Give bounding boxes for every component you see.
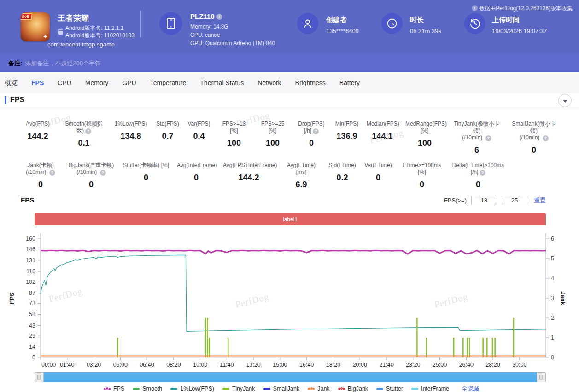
help-icon[interactable]: ?: [543, 135, 549, 141]
help-icon[interactable]: ?: [313, 128, 319, 134]
legend-item-1-low-fps-[interactable]: 1%Low(FPS): [170, 386, 214, 392]
scrollbar-left-handle[interactable]: |||: [35, 372, 44, 382]
y-left-tick-label: 160: [26, 236, 35, 242]
tab-memory[interactable]: Memory: [85, 79, 109, 86]
help-icon[interactable]: ?: [85, 128, 91, 134]
x-tick-label: 16:40: [299, 362, 314, 368]
fps-threshold-input-2[interactable]: [502, 196, 527, 205]
fps-chart[interactable]: 1601461311161028773584329140654321000:00…: [0, 230, 579, 370]
stat-label: TinyJank(极微小卡顿)(/10min) ?: [451, 121, 502, 141]
stat-label: Stutter(卡顿率) [%]: [123, 162, 170, 169]
legend-label: TinyJank: [232, 386, 255, 392]
scrollbar-right-handle[interactable]: |||: [537, 372, 546, 382]
stat-label: Jank(卡顿)(/10min) ?: [21, 162, 60, 176]
stat-tinyjank-: TinyJank(极微小卡顿)(/10min) ?6: [448, 121, 506, 155]
stat-label: 1%Low(FPS): [113, 121, 148, 127]
stat-value: 6.9: [282, 180, 321, 190]
x-tick-label: 01:40: [60, 362, 74, 368]
stat-drop-fps-h-: Drop(FPS) [/h]?0: [292, 121, 331, 155]
help-icon[interactable]: ?: [100, 170, 106, 176]
legend-marker: [222, 388, 229, 390]
x-tick-label: 08:20: [166, 362, 181, 368]
stat-value: 0: [364, 173, 392, 183]
legend-item-stutter[interactable]: Stutter: [376, 386, 403, 392]
stat-std-ftime-: Std(FTime)0.2: [324, 162, 360, 190]
device-info-icon[interactable]: i: [216, 14, 222, 20]
stat-value: 100: [405, 138, 444, 148]
stat-label: Smooth(稳帧指数)?: [62, 121, 106, 134]
tab-fps[interactable]: FPS: [31, 79, 44, 86]
tab-network[interactable]: Network: [257, 79, 281, 86]
legend-marker: [170, 388, 177, 390]
stat-label: Var(FPS): [187, 121, 211, 127]
stat-smooth-: Smooth(稳帧指数)?0.1: [58, 121, 110, 155]
y-right-tick-label: 5: [551, 255, 554, 262]
stat-label: MedRange(FPS)[%]: [405, 121, 444, 134]
legend-item-bigjank[interactable]: BigJank: [338, 386, 368, 392]
legend-label: SmallJank: [273, 386, 300, 392]
stat-stutter-%-: Stutter(卡顿率) [%]0: [119, 162, 173, 190]
y-left-tick-label: 102: [26, 279, 35, 285]
y-left-tick-label: 43: [29, 323, 35, 329]
x-tick-label: 20:00: [353, 362, 367, 368]
legend-item-jank[interactable]: Jank: [308, 386, 329, 392]
creator-label: 创建者: [326, 16, 347, 24]
x-tick-label: 21:40: [379, 362, 393, 368]
stat-fps-18-%-: FPS>=18 [%]100: [215, 121, 253, 155]
annotation-label-bar[interactable]: label1: [35, 213, 546, 225]
stat-value: 0.2: [328, 173, 357, 183]
fps-threshold-controls: FPS(>=) 重置: [444, 196, 546, 205]
hide-all-link[interactable]: 全隐藏: [462, 385, 480, 392]
fps-threshold-input-1[interactable]: [471, 196, 497, 205]
legend-item-tinyjank[interactable]: TinyJank: [222, 386, 255, 392]
stat-median-fps-: Median(FPS)144.1: [363, 121, 402, 155]
stat-value: 134.8: [113, 132, 148, 141]
help-icon[interactable]: ?: [480, 170, 485, 176]
legend-marker: [338, 388, 345, 390]
game-badge: 5v5: [21, 13, 32, 20]
stat-label: BigJank(严重卡顿)(/10min) ?: [67, 162, 115, 176]
legend-label: Stutter: [386, 386, 403, 392]
collapse-section-button[interactable]: [558, 94, 572, 107]
series-1-low-fps-: [41, 255, 546, 332]
phone-icon: [166, 17, 176, 29]
stat-avg-fps-interframe-: Avg(FPS+InterFrame)144.2: [219, 162, 278, 190]
y-right-tick-label: 4: [551, 275, 554, 282]
creator-icon-circle: [297, 13, 318, 34]
scrollbar-track[interactable]: [43, 372, 538, 382]
tab-gpu[interactable]: GPU: [122, 79, 136, 86]
tab-thermal-status[interactable]: Thermal Status: [200, 79, 244, 86]
reset-link[interactable]: 重置: [534, 196, 546, 205]
tab-概览[interactable]: 概览: [5, 79, 18, 87]
note-bar[interactable]: 备注: 添加备注，不超过200个字符: [0, 54, 579, 72]
legend-item-fps[interactable]: FPS: [104, 386, 124, 392]
legend-marker: [308, 388, 315, 390]
upload-value: 19/03/2026 19:07:37: [492, 28, 547, 35]
stat-fps-25-%-: FPS>=25 [%]100: [253, 121, 292, 155]
legend-item-interframe[interactable]: InterFrame: [411, 386, 449, 392]
x-tick-label: 15:00: [273, 362, 287, 368]
y-left-tick-label: 116: [26, 268, 35, 275]
y-left-tick-label: 14: [29, 344, 35, 350]
stat-value: 144.1: [367, 132, 398, 141]
legend-marker: [133, 388, 140, 390]
upload-icon-circle: [464, 13, 485, 34]
stat-var-ftime-: Var(FTime)0: [360, 162, 396, 190]
y-left-tick-label: 0: [32, 354, 35, 361]
legend-item-smalljank[interactable]: SmallJank: [263, 386, 300, 392]
tab-cpu[interactable]: CPU: [58, 79, 71, 86]
tab-bar: 概览FPSCPUMemoryGPUTemperatureThermal Stat…: [0, 72, 579, 93]
help-icon[interactable]: ?: [485, 135, 491, 141]
device-gpu: GPU: Qualcomm Adreno (TM) 840: [190, 40, 275, 46]
tab-battery[interactable]: Battery: [339, 79, 360, 86]
legend-item-smooth[interactable]: Smooth: [133, 386, 162, 392]
x-tick-label: 25:00: [433, 362, 447, 368]
x-tick-label: 23:20: [406, 362, 420, 368]
y-left-axis-title: FPS: [8, 292, 15, 304]
help-icon[interactable]: ?: [49, 170, 55, 176]
person-icon: [302, 18, 313, 29]
x-tick-label: 13:20: [246, 362, 260, 368]
section-accent-bar: [5, 96, 6, 104]
tab-brightness[interactable]: Brightness: [295, 79, 326, 86]
tab-temperature[interactable]: Temperature: [150, 79, 187, 86]
